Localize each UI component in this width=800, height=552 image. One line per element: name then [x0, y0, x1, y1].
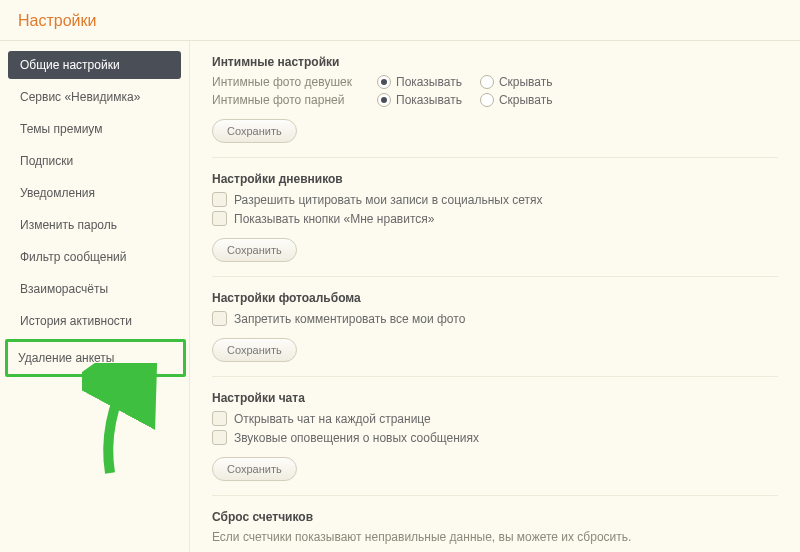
row-label: Интимные фото девушек — [212, 75, 377, 89]
radio-hide[interactable]: Скрывать — [480, 75, 553, 89]
row-label: Интимные фото парней — [212, 93, 377, 107]
radio-hide[interactable]: Скрывать — [480, 93, 553, 107]
checkbox-open-chat[interactable]: Открывать чат на каждой странице — [212, 411, 778, 426]
checkbox-icon — [212, 411, 227, 426]
section-title: Интимные настройки — [212, 55, 778, 69]
radio-icon — [480, 93, 494, 107]
sidebar-item-change-password[interactable]: Изменить пароль — [8, 211, 181, 239]
section-title: Настройки дневников — [212, 172, 778, 186]
sidebar-item-notifications[interactable]: Уведомления — [8, 179, 181, 207]
section-album: Настройки фотоальбома Запретить комменти… — [212, 291, 778, 377]
checkbox-like-buttons[interactable]: Показывать кнопки «Мне нравится» — [212, 211, 778, 226]
checkbox-icon — [212, 192, 227, 207]
radio-group: Показывать Скрывать — [377, 93, 553, 107]
section-counters: Сброс счетчиков Если счетчики показывают… — [212, 510, 778, 552]
radio-icon — [377, 93, 391, 107]
sidebar-item-delete-profile[interactable]: Удаление анкеты — [5, 339, 186, 377]
checkbox-icon — [212, 211, 227, 226]
sidebar-item-subscriptions[interactable]: Подписки — [8, 147, 181, 175]
checkbox-icon — [212, 430, 227, 445]
intimate-row-guys: Интимные фото парней Показывать Скрывать — [212, 93, 778, 107]
checkbox-disable-comments[interactable]: Запретить комментировать все мои фото — [212, 311, 778, 326]
radio-icon — [377, 75, 391, 89]
save-button[interactable]: Сохранить — [212, 238, 297, 262]
checkbox-cite-social[interactable]: Разрешить цитировать мои записи в социал… — [212, 192, 778, 207]
sidebar-item-premium-themes[interactable]: Темы премиум — [8, 115, 181, 143]
section-title: Настройки чата — [212, 391, 778, 405]
sidebar-item-invisible-service[interactable]: Сервис «Невидимка» — [8, 83, 181, 111]
save-button[interactable]: Сохранить — [212, 119, 297, 143]
section-title: Настройки фотоальбома — [212, 291, 778, 305]
page-header: Настройки — [0, 0, 800, 41]
page-title: Настройки — [18, 12, 782, 30]
section-chat: Настройки чата Открывать чат на каждой с… — [212, 391, 778, 496]
checkbox-sound-alerts[interactable]: Звуковые оповещения о новых сообщениях — [212, 430, 778, 445]
sidebar-item-message-filter[interactable]: Фильтр сообщений — [8, 243, 181, 271]
sidebar: Общие настройки Сервис «Невидимка» Темы … — [0, 41, 190, 552]
sidebar-item-billing[interactable]: Взаиморасчёты — [8, 275, 181, 303]
section-title: Сброс счетчиков — [212, 510, 778, 524]
radio-show[interactable]: Показывать — [377, 93, 462, 107]
radio-show[interactable]: Показывать — [377, 75, 462, 89]
save-button[interactable]: Сохранить — [212, 338, 297, 362]
checkbox-icon — [212, 311, 227, 326]
counters-desc: Если счетчики показывают неправильные да… — [212, 530, 778, 544]
save-button[interactable]: Сохранить — [212, 457, 297, 481]
section-diaries: Настройки дневников Разрешить цитировать… — [212, 172, 778, 277]
sidebar-item-activity-history[interactable]: История активности — [8, 307, 181, 335]
sidebar-item-general-settings[interactable]: Общие настройки — [8, 51, 181, 79]
radio-icon — [480, 75, 494, 89]
content-area: Интимные настройки Интимные фото девушек… — [190, 41, 800, 552]
section-intimate: Интимные настройки Интимные фото девушек… — [212, 55, 778, 158]
radio-group: Показывать Скрывать — [377, 75, 553, 89]
intimate-row-girls: Интимные фото девушек Показывать Скрыват… — [212, 75, 778, 89]
